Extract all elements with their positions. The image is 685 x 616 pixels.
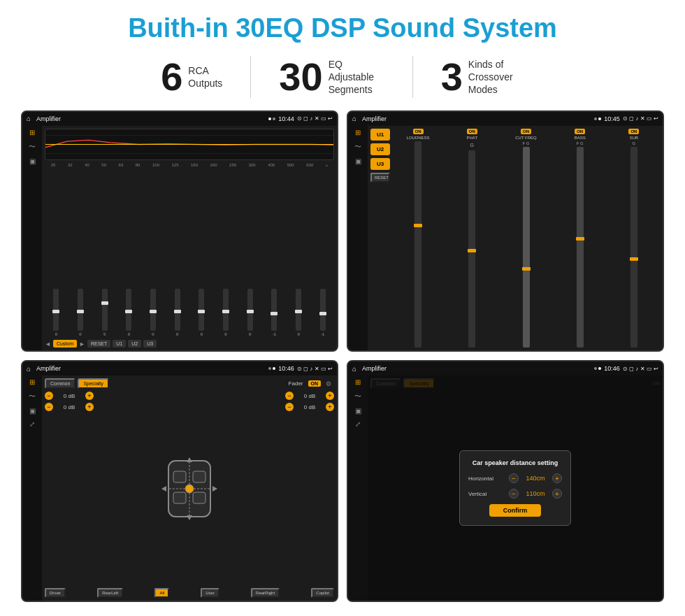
eq-thumb-0[interactable] (52, 310, 59, 313)
eq-label-80: 80 (136, 163, 140, 167)
expand-icon-3[interactable]: ⤢ (29, 420, 35, 428)
loudness-on[interactable]: ON (413, 129, 424, 134)
dialog-horizontal-plus[interactable]: + (552, 473, 562, 483)
phat-slider[interactable] (468, 150, 475, 348)
dialog-vertical-minus[interactable]: − (509, 489, 519, 499)
eq-icon-2[interactable]: ⊞ (355, 129, 361, 136)
dialog-vertical-plus[interactable]: + (552, 489, 562, 499)
eq-slider-10: 0 (287, 289, 310, 336)
eq-reset-btn[interactable]: RESET (87, 340, 110, 348)
eq-thumb-4[interactable] (150, 310, 157, 313)
fader-plus-1[interactable]: + (85, 392, 94, 400)
eq-thumb-1[interactable] (77, 310, 84, 313)
fader-plus-3[interactable]: + (326, 392, 334, 400)
speaker-icon[interactable]: ▣ (29, 157, 36, 165)
fader-plus-4[interactable]: + (326, 403, 334, 411)
u1-button[interactable]: U1 (370, 129, 390, 141)
dot-1 (268, 117, 271, 120)
phat-thumb[interactable] (468, 249, 476, 252)
eq-track-10[interactable] (296, 289, 301, 331)
eq-track-4[interactable] (150, 289, 156, 331)
speaker-icon-4[interactable]: ▣ (355, 407, 361, 415)
u2-button[interactable]: U2 (370, 143, 390, 155)
wave-icon-4[interactable]: 〜 (354, 392, 361, 401)
eq-thumb-2[interactable] (101, 301, 108, 305)
screen-content-1: ⊞ 〜 ▣ (22, 126, 337, 351)
cutfreq-label: CUT FREQ (515, 136, 537, 140)
eq-track-8[interactable] (247, 289, 253, 331)
eq-track-6[interactable] (199, 289, 204, 331)
fader-minus-1[interactable]: − (45, 392, 53, 400)
bass-thumb[interactable] (576, 237, 584, 241)
eq-thumb-10[interactable] (295, 310, 302, 313)
u3-button[interactable]: U3 (370, 158, 390, 170)
cutfreq-thumb[interactable] (522, 267, 531, 271)
amp2-reset-btn[interactable]: RESET (370, 173, 390, 182)
eq-u3-btn[interactable]: U3 (143, 340, 157, 348)
fader-right-col: − 0 dB + − 0 dB + (285, 392, 334, 586)
phat-on[interactable]: ON (467, 129, 477, 134)
loudness-thumb[interactable] (414, 224, 422, 227)
eq-slider-0: 0 (45, 289, 68, 336)
fader-rearright-btn[interactable]: RearRight (251, 588, 280, 598)
wave-icon-3[interactable]: 〜 (29, 392, 36, 401)
fader-copilot-btn[interactable]: Copilot (311, 588, 334, 598)
eq-thumb-5[interactable] (174, 310, 181, 313)
cutfreq-on[interactable]: ON (521, 129, 531, 134)
eq-icon-4[interactable]: ⊞ (355, 378, 361, 386)
statusbar-2: ⌂ Amplifier 10:45 ⊙ ◻ ♪ ✕ ▭ ↩ (348, 112, 663, 126)
eq-icon[interactable]: ⊞ (29, 129, 35, 136)
fader-plus-2[interactable]: + (85, 403, 94, 411)
eq-val-4: 0 (152, 332, 154, 336)
fader-on-btn[interactable]: ON (308, 380, 322, 387)
eq-track-9[interactable] (271, 289, 277, 331)
wave-icon-2[interactable]: 〜 (354, 142, 361, 152)
bass-slider[interactable] (577, 147, 584, 348)
dialog-horizontal-minus[interactable]: − (509, 473, 519, 483)
sub-on[interactable]: ON (628, 129, 639, 134)
fader-all-btn[interactable]: All (154, 588, 169, 598)
eq-u2-btn[interactable]: U2 (128, 340, 141, 348)
eq-thumb-8[interactable] (247, 310, 254, 313)
fader-minus-2[interactable]: − (45, 403, 53, 411)
wave-icon[interactable]: 〜 (29, 142, 36, 152)
eq-track-5[interactable] (175, 289, 180, 331)
eq-icon-3[interactable]: ⊞ (29, 378, 35, 386)
fader-minus-3[interactable]: − (285, 392, 294, 400)
eq-u1-btn[interactable]: U1 (113, 340, 126, 348)
sub-slider[interactable] (630, 147, 637, 348)
eq-thumb-11[interactable] (319, 312, 326, 315)
cutfreq-slider[interactable] (523, 147, 530, 348)
sub-thumb[interactable] (630, 257, 638, 261)
eq-track-3[interactable] (126, 289, 131, 331)
cutfreq-sublabel: F G (523, 141, 530, 145)
eq-custom-btn[interactable]: Custom (53, 340, 77, 348)
svg-marker-14 (187, 515, 192, 520)
eq-track-11[interactable] (320, 289, 326, 331)
speaker-icon-3[interactable]: ▣ (29, 407, 36, 415)
eq-thumb-7[interactable] (222, 310, 229, 313)
dot-2 (273, 117, 275, 120)
eq-track-1[interactable] (78, 289, 83, 331)
eq-next-arrow[interactable]: ► (79, 341, 85, 348)
bass-on[interactable]: ON (575, 129, 585, 134)
expand-icon-4[interactable]: ⤢ (355, 420, 361, 428)
eq-track-0[interactable] (53, 289, 59, 331)
eq-track-7[interactable] (223, 289, 229, 331)
loudness-slider[interactable] (414, 141, 421, 348)
dialog-overlay: Car speaker distance setting Horizontal … (368, 375, 663, 601)
speaker-icon-2[interactable]: ▣ (355, 157, 361, 165)
eq-prev-arrow[interactable]: ◄ (45, 341, 51, 348)
eq-thumb-9[interactable] (271, 312, 277, 315)
eq-slider-1: 0 (69, 289, 92, 336)
fader-minus-4[interactable]: − (285, 403, 294, 411)
fader-driver-btn[interactable]: Driver (45, 588, 66, 598)
fader-specialty-btn[interactable]: Specialty (78, 378, 108, 389)
fader-common-btn[interactable]: Common (45, 378, 75, 389)
eq-thumb-6[interactable] (198, 310, 205, 313)
fader-user-btn[interactable]: User (201, 588, 219, 598)
eq-thumb-3[interactable] (125, 310, 132, 313)
eq-track-2[interactable] (102, 289, 108, 331)
dialog-confirm-button[interactable]: Confirm (489, 504, 542, 517)
fader-rearleft-btn[interactable]: RearLeft (97, 588, 123, 598)
